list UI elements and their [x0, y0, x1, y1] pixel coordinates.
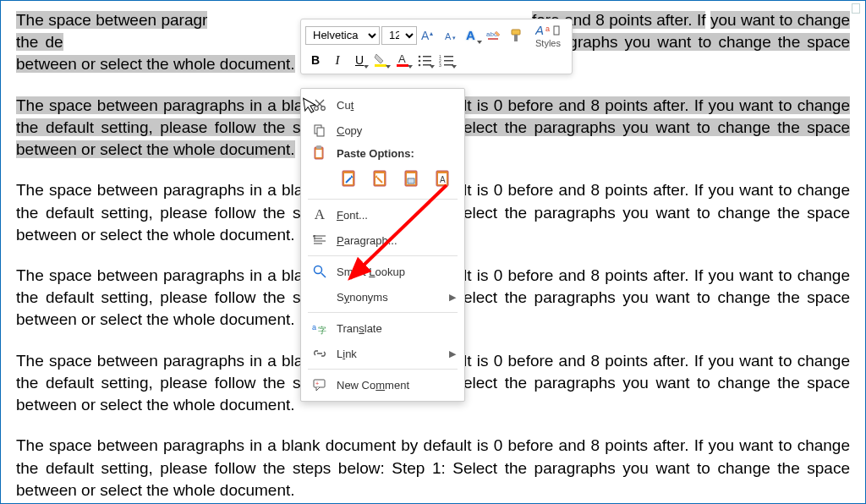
- clipboard-icon: [310, 145, 330, 161]
- ctx-font[interactable]: A Font...: [301, 202, 464, 227]
- paste-merge-formatting[interactable]: [368, 166, 392, 191]
- highlight-color-button[interactable]: [371, 51, 392, 69]
- mini-toolbar: Helvetica 12 A▴ A▾ A abc Aa Styles B I: [300, 19, 573, 74]
- context-menu: Cut Copy Paste Options: A A Font... ¶ Pa…: [300, 88, 465, 402]
- paste-options-row: A: [301, 163, 464, 196]
- svg-text:¶: ¶: [313, 234, 316, 240]
- font-color-button[interactable]: A: [393, 51, 414, 69]
- separator: [308, 312, 458, 313]
- svg-rect-38: [375, 173, 384, 184]
- svg-text:a: a: [545, 25, 550, 33]
- grow-font-button[interactable]: A▴: [419, 26, 439, 45]
- svg-rect-7: [514, 35, 518, 41]
- svg-rect-23: [444, 60, 453, 62]
- underline-button[interactable]: U: [349, 51, 370, 69]
- svg-rect-11: [375, 64, 386, 67]
- format-painter-button[interactable]: [507, 26, 527, 45]
- styles-button[interactable]: Aa: [534, 22, 562, 39]
- italic-button[interactable]: I: [327, 51, 348, 69]
- comment-icon: +: [310, 378, 330, 392]
- copy-label: Copy: [337, 124, 362, 137]
- svg-rect-10: [554, 26, 559, 35]
- svg-text:3: 3: [439, 63, 441, 67]
- paste-options-label: Paste Options:: [337, 147, 456, 160]
- ctx-paste-header: Paste Options:: [301, 143, 464, 163]
- separator: [308, 255, 458, 256]
- ctx-copy[interactable]: Copy: [301, 118, 464, 143]
- svg-point-27: [321, 107, 326, 111]
- svg-rect-21: [444, 56, 453, 58]
- paste-keep-source[interactable]: [337, 166, 361, 191]
- ctx-smart-lookup[interactable]: Smart Lookup: [301, 259, 464, 284]
- ctx-link[interactable]: Link ▶: [301, 341, 464, 366]
- svg-text:▴: ▴: [430, 30, 433, 37]
- copy-icon: [310, 123, 330, 137]
- svg-rect-6: [512, 30, 520, 35]
- svg-point-50: [315, 266, 322, 274]
- numbering-button[interactable]: 123: [437, 51, 458, 69]
- paragraph-6[interactable]: The space between paragraphs in a blank …: [16, 435, 850, 501]
- separator: [308, 199, 458, 200]
- separator: [308, 369, 458, 370]
- bullets-button[interactable]: [415, 51, 436, 69]
- svg-text:▾: ▾: [452, 35, 456, 41]
- svg-rect-41: [408, 178, 414, 184]
- shrink-font-button[interactable]: A▾: [441, 26, 461, 45]
- svg-rect-17: [423, 60, 431, 62]
- p1-text-a: The space between paragr: [16, 11, 207, 29]
- font-label: Font...: [337, 209, 368, 222]
- paragraph-icon: ¶: [310, 233, 330, 247]
- svg-line-51: [321, 273, 326, 277]
- ctx-synonyms[interactable]: Synonyms ▶: [301, 284, 464, 310]
- clear-formatting-button[interactable]: abc: [485, 26, 505, 45]
- search-icon: [310, 265, 330, 278]
- chevron-right-icon: ▶: [449, 292, 456, 303]
- chevron-right-icon: ▶: [449, 348, 456, 359]
- styles-label: Styles: [535, 38, 561, 48]
- ctx-translate[interactable]: a字 Translate: [301, 315, 464, 341]
- font-family-select[interactable]: Helvetica: [305, 26, 380, 45]
- svg-text:abc: abc: [486, 30, 497, 38]
- svg-rect-36: [344, 173, 353, 184]
- svg-text:字: 字: [318, 326, 326, 335]
- font-size-select[interactable]: 12: [381, 26, 417, 45]
- font-a-icon: A: [310, 206, 330, 223]
- translate-label: Translate: [337, 322, 382, 335]
- svg-text:A: A: [445, 31, 452, 41]
- text-effects-button[interactable]: A: [463, 26, 483, 45]
- p6-text: The space between paragraphs in a blank …: [16, 436, 850, 498]
- svg-point-16: [419, 60, 421, 63]
- svg-text:A: A: [535, 23, 544, 37]
- translate-icon: a字: [310, 321, 330, 335]
- ruler-marker: [852, 3, 860, 14]
- link-icon: [310, 347, 330, 360]
- cut-label: Cut: [337, 99, 354, 112]
- svg-rect-34: [316, 150, 322, 157]
- smart-lookup-label: Smart Lookup: [337, 266, 405, 278]
- bold-button[interactable]: B: [305, 51, 326, 69]
- cursor-icon: [303, 96, 321, 116]
- svg-text:A: A: [466, 28, 475, 42]
- synonyms-label: Synonyms: [337, 291, 388, 304]
- svg-text:A: A: [421, 29, 430, 42]
- paragraph-label: Paragraph...: [337, 234, 397, 247]
- svg-rect-31: [317, 128, 324, 136]
- ctx-paragraph[interactable]: ¶ Paragraph...: [301, 227, 464, 253]
- ctx-new-comment[interactable]: + New Comment: [301, 372, 464, 397]
- paste-picture[interactable]: [400, 166, 425, 191]
- svg-rect-32: [315, 147, 323, 159]
- svg-text:A: A: [440, 175, 446, 184]
- svg-rect-33: [316, 145, 321, 149]
- paste-text-only[interactable]: A: [431, 166, 456, 191]
- svg-text:A: A: [398, 52, 406, 65]
- link-label: Link: [337, 348, 357, 360]
- svg-point-18: [419, 64, 421, 67]
- svg-text:a: a: [312, 323, 316, 331]
- svg-text:+: +: [315, 381, 319, 386]
- svg-point-14: [419, 56, 421, 58]
- svg-rect-15: [423, 56, 431, 58]
- svg-rect-13: [397, 64, 408, 67]
- new-comment-label: New Comment: [337, 379, 409, 392]
- ctx-cut[interactable]: Cut: [301, 92, 464, 118]
